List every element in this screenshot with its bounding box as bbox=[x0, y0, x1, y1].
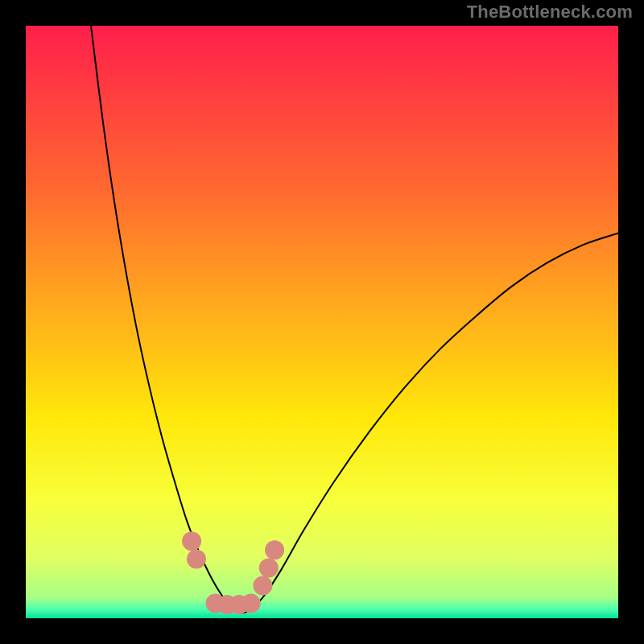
gradient-background bbox=[26, 26, 618, 618]
bottleneck-chart bbox=[26, 26, 618, 618]
marker-dot bbox=[265, 540, 284, 559]
marker-dot bbox=[182, 531, 201, 551]
plot-area bbox=[26, 26, 618, 618]
marker-dot bbox=[187, 549, 206, 568]
chart-frame: TheBottleneck.com bbox=[0, 0, 644, 644]
marker-dot bbox=[242, 594, 261, 613]
marker-dot bbox=[253, 576, 272, 596]
watermark-text: TheBottleneck.com bbox=[467, 2, 633, 23]
marker-dot bbox=[259, 558, 279, 577]
